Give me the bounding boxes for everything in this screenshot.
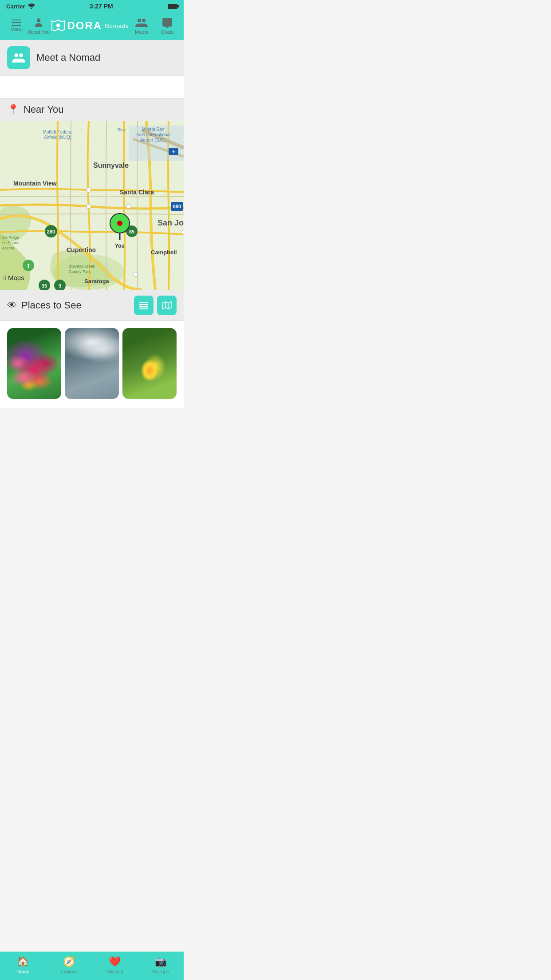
svg-text:Airfield (NUQ): Airfield (NUQ) — [44, 135, 71, 140]
photo-card-3[interactable] — [122, 328, 177, 399]
map-svg: Mountain View Sunnyvale Santa Clara Cupe… — [0, 121, 184, 290]
carrier-text: Carrier — [6, 3, 25, 10]
battery-icon — [168, 4, 177, 9]
status-bar: Carrier 3:27 PM — [0, 0, 184, 12]
meet-group-icon — [12, 51, 25, 64]
svg-point-14 — [126, 204, 131, 209]
eye-icon: 👁 — [7, 300, 17, 311]
menu-button[interactable]: Menu — [5, 20, 28, 32]
chats-button[interactable]: Chats — [156, 17, 178, 35]
svg-point-0 — [31, 8, 32, 9]
svg-point-12 — [87, 188, 91, 192]
chat-icon — [161, 17, 173, 28]
svg-text:35: 35 — [42, 283, 47, 288]
photos-container — [0, 321, 184, 408]
svg-text:280: 280 — [47, 229, 55, 234]
meet-nomad-title: Meet a Nomad — [36, 52, 100, 63]
svg-text:85: 85 — [129, 229, 134, 234]
logo-nomads-text: Nomads — [105, 23, 129, 29]
hamburger-icon — [12, 20, 21, 26]
chats-label: Chats — [161, 29, 174, 35]
svg-point-16 — [133, 272, 138, 277]
near-you-title: Near You — [24, 104, 64, 115]
person-icon — [33, 17, 44, 28]
svg-point-1 — [37, 18, 41, 22]
photo-card-2[interactable] — [65, 328, 119, 399]
content-spacer — [0, 76, 184, 98]
svg-text:Santa Clara: Santa Clara — [120, 189, 154, 196]
svg-point-6 — [19, 53, 23, 57]
logo-map-icon — [51, 19, 65, 32]
app-logo: DORA Nomads — [50, 19, 130, 32]
svg-text:County Park: County Park — [69, 269, 91, 274]
status-carrier: Carrier — [6, 3, 35, 10]
list-view-button[interactable] — [134, 296, 153, 315]
svg-text:Sunnyvale: Sunnyvale — [93, 162, 129, 169]
near-you-section: 📍 Near You — [0, 98, 184, 121]
menu-label: Menu — [10, 27, 23, 32]
svg-text:9: 9 — [59, 283, 61, 288]
svg-text:ine Ridge: ine Ridge — [2, 235, 19, 240]
app-header: Menu About You DORA Nomads — [0, 12, 184, 40]
meets-label: Meets — [135, 29, 148, 35]
about-you-button[interactable]: About You — [28, 17, 50, 35]
svg-rect-58 — [139, 308, 148, 309]
meet-icon-box — [7, 46, 30, 69]
svg-text:José International: José International — [136, 132, 171, 137]
svg-text:Maps: Maps — [8, 274, 24, 281]
location-pin-icon: 📍 — [7, 104, 19, 115]
places-left: 👁 Places to See — [7, 300, 130, 311]
svg-text:San Jos: San Jos — [157, 218, 184, 227]
svg-rect-56 — [139, 304, 148, 305]
svg-text:en Space: en Space — [2, 241, 19, 245]
map-container[interactable]: Mountain View Sunnyvale Santa Clara Cupe… — [0, 121, 184, 290]
list-icon — [139, 301, 148, 309]
places-to-see-section: 👁 Places to See — [0, 290, 184, 321]
svg-point-5 — [14, 53, 18, 57]
svg-point-2 — [56, 24, 60, 27]
svg-text:eserve: eserve — [2, 246, 14, 250]
svg-point-3 — [138, 19, 141, 22]
svg-point-52 — [117, 221, 122, 226]
meets-button[interactable]: Meets — [130, 17, 153, 35]
svg-rect-55 — [139, 302, 148, 303]
logo-dora-text: DORA — [67, 20, 102, 32]
map-icon — [162, 301, 172, 309]
svg-text:Moffett Federal: Moffett Federal — [43, 130, 72, 134]
svg-text:✈: ✈ — [172, 149, 176, 154]
svg-point-4 — [142, 19, 146, 22]
svg-text:You: You — [115, 243, 125, 249]
svg-text:Saratoga: Saratoga — [84, 278, 109, 285]
svg-rect-57 — [139, 306, 148, 308]
svg-text:Mountain View: Mountain View — [13, 180, 57, 187]
svg-point-13 — [87, 204, 91, 209]
svg-text:Stev: Stev — [118, 127, 126, 132]
about-you-label: About You — [28, 29, 50, 35]
places-actions — [134, 296, 177, 315]
svg-text:Cupertino: Cupertino — [67, 246, 96, 253]
status-battery — [168, 4, 177, 9]
svg-text::  — [4, 274, 6, 281]
svg-text:880: 880 — [173, 204, 181, 209]
meet-nomad-section[interactable]: Meet a Nomad — [0, 40, 184, 76]
svg-text:Stevens Creek: Stevens Creek — [69, 264, 95, 269]
svg-text:Airport (SJC): Airport (SJC) — [140, 138, 166, 142]
status-time: 3:27 PM — [90, 3, 113, 10]
header-right-nav: Meets Chats — [130, 17, 178, 35]
photo-card-1[interactable] — [7, 328, 61, 399]
map-view-button[interactable] — [157, 296, 177, 315]
svg-text:Campbell: Campbell — [151, 249, 177, 256]
svg-text:Mineta San: Mineta San — [142, 127, 165, 132]
places-to-see-title: Places to See — [21, 300, 82, 311]
svg-text:⬆: ⬆ — [26, 263, 31, 269]
wifi-icon — [28, 4, 35, 9]
group-icon — [135, 17, 148, 28]
